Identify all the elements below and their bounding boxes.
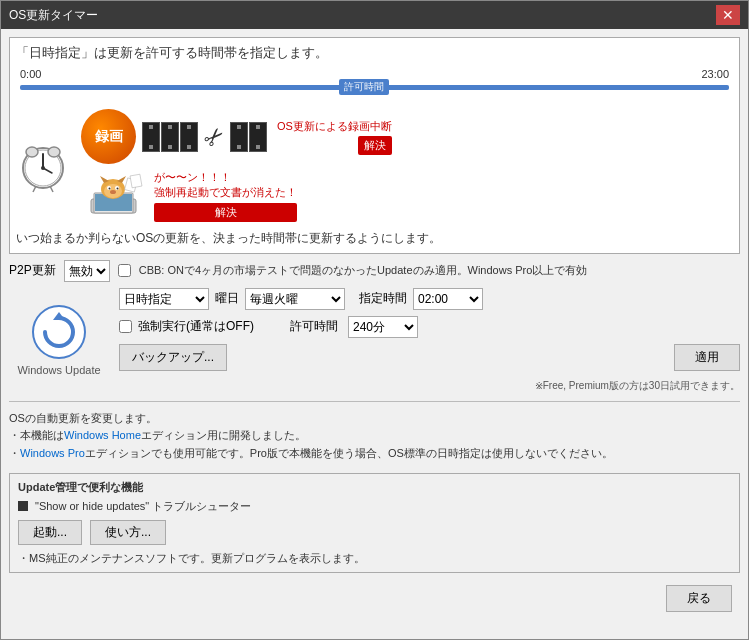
update-mgmt-title: Update管理で便利な機能 — [18, 480, 731, 495]
windows-pro-link[interactable]: Windows Pro — [20, 447, 85, 459]
schedule-row-2: 強制実行(通常はOFF) 許可時間 240分 120分 480分 — [119, 316, 740, 338]
close-button[interactable]: ✕ — [716, 5, 740, 25]
title-bar: OS更新タイマー ✕ — [1, 1, 748, 29]
recording-scene: 録画 ✂ — [81, 109, 733, 222]
day-label: 曜日 — [215, 290, 239, 307]
mgmt-buttons: 起動... 使い方... — [18, 520, 731, 545]
svg-point-20 — [110, 190, 116, 194]
time-label: 指定時間 — [359, 290, 407, 307]
banner-title: 「日時指定」は更新を許可する時間帯を指定します。 — [16, 44, 733, 62]
film-cell-1 — [142, 122, 160, 152]
mode-select[interactable]: 日時指定 毎日 毎週 — [119, 288, 209, 310]
windows-home-link[interactable]: Windows Home — [64, 429, 141, 441]
backup-button[interactable]: バックアップ... — [119, 344, 227, 371]
main-controls: Windows Update 日時指定 毎日 毎週 曜日 毎週火曜 毎週月曜 毎… — [9, 288, 740, 393]
film-strip — [142, 122, 198, 152]
svg-point-6 — [41, 166, 45, 170]
schedule-row-1: 日時指定 毎日 毎週 曜日 毎週火曜 毎週月曜 毎週水曜 指定時間 02:00 … — [119, 288, 740, 310]
update-icon-panel: Windows Update — [9, 288, 109, 393]
info-section: OSの自動更新を変更します。 ・本機能はWindows Homeエディション用に… — [9, 410, 740, 463]
square-icon — [18, 501, 28, 511]
main-content: 「日時指定」は更新を許可する時間帯を指定します。 0:00 23:00 許可時間 — [1, 29, 748, 639]
resolve-btn-1[interactable]: 解決 — [358, 136, 392, 155]
cbb-checkbox[interactable] — [118, 264, 131, 277]
film-cell-2 — [161, 122, 179, 152]
p2p-cbb-row: P2P更新 無効 有効 CBB: ONで4ヶ月の市場テストで問題のなかったUpd… — [9, 260, 740, 282]
description-text: いつ始まるか判らないOSの更新を、決まった時間帯に更新するようにします。 — [16, 230, 733, 247]
info-line1: OSの自動更新を変更します。 — [9, 410, 740, 428]
schedule-panel: 日時指定 毎日 毎週 曜日 毎週火曜 毎週月曜 毎週水曜 指定時間 02:00 … — [119, 288, 740, 393]
p2p-select[interactable]: 無効 有効 — [64, 260, 110, 282]
scissors-icon: ✂ — [197, 120, 231, 154]
slider-end: 23:00 — [701, 68, 729, 80]
day-select[interactable]: 毎週火曜 毎週月曜 毎週水曜 — [245, 288, 345, 310]
slider-start: 0:00 — [20, 68, 41, 80]
film-cell-5 — [249, 122, 267, 152]
bottom-bar: 戻る — [9, 579, 740, 616]
banner-area: 「日時指定」は更新を許可する時間帯を指定します。 0:00 23:00 許可時間 — [9, 37, 740, 254]
film-cell-3 — [180, 122, 198, 152]
svg-rect-22 — [130, 174, 142, 188]
update-mgmt-box: Update管理で便利な機能 "Show or hide updates" トラ… — [9, 473, 740, 573]
divider-1 — [9, 401, 740, 402]
cbb-label: CBB: ONで4ヶ月の市場テストで問題のなかったUpdateのみ適用。Wind… — [139, 263, 588, 278]
slider-area[interactable]: 許可時間 — [20, 85, 729, 101]
bubble1-area: OS更新による録画中断 解決 — [277, 119, 392, 155]
bubble1-text: OS更新による録画中断 — [277, 119, 392, 134]
free-note: ※Free, Premium版の方は30日試用できます。 — [119, 379, 740, 393]
time-select[interactable]: 02:00 01:00 03:00 — [413, 288, 483, 310]
svg-point-19 — [117, 187, 119, 189]
illustration-area: 録画 ✂ — [16, 105, 733, 226]
force-checkbox[interactable] — [119, 320, 132, 333]
bubble2-text: が〜〜ン！！！強制再起動で文書が消えた！ — [154, 170, 297, 201]
launch-button[interactable]: 起動... — [18, 520, 82, 545]
bubble2-area: が〜〜ン！！！強制再起動で文書が消えた！ 解決 — [154, 170, 297, 222]
allow-select[interactable]: 240分 120分 480分 — [348, 316, 418, 338]
main-window: OS更新タイマー ✕ 「日時指定」は更新を許可する時間帯を指定します。 0:00… — [0, 0, 749, 640]
info-line2: ・本機能はWindows Homeエディション用に開発しました。 — [9, 427, 740, 445]
show-hide-label: "Show or hide updates" トラブルシューター — [35, 499, 251, 514]
mgmt-note: ・MS純正のメンテナンスソフトです。更新プログラムを表示します。 — [18, 551, 731, 566]
dog-icon-area — [81, 171, 146, 221]
p2p-label: P2P更新 — [9, 262, 56, 279]
svg-point-3 — [48, 147, 60, 157]
apply-button[interactable]: 適用 — [674, 344, 740, 371]
allow-label: 許可時間 — [290, 318, 338, 335]
apply-row: バックアップ... 適用 — [119, 344, 740, 371]
svg-point-2 — [26, 147, 38, 157]
film-strip-2 — [230, 122, 267, 152]
usage-button[interactable]: 使い方... — [90, 520, 166, 545]
rec-button: 録画 — [81, 109, 136, 164]
refresh-icon — [31, 304, 87, 360]
dog-row: が〜〜ン！！！強制再起動で文書が消えた！ 解決 — [81, 170, 733, 222]
svg-point-18 — [109, 187, 111, 189]
film-cell-4 — [230, 122, 248, 152]
windows-update-label: Windows Update — [17, 364, 100, 376]
window-title: OS更新タイマー — [9, 7, 98, 24]
back-button[interactable]: 戻る — [666, 585, 732, 612]
rec-row: 録画 ✂ — [81, 109, 733, 164]
show-hide-row: "Show or hide updates" トラブルシューター — [18, 499, 731, 514]
clock-icon — [16, 138, 71, 193]
info-line3: ・Windows Proエディションでも使用可能です。Pro版で本機能を使う場合… — [9, 445, 740, 463]
slider-track-bg: 許可時間 — [20, 85, 729, 90]
force-label: 強制実行(通常はOFF) — [138, 318, 254, 335]
resolve-btn-2[interactable]: 解決 — [154, 203, 297, 222]
slider-mid-label: 許可時間 — [339, 79, 389, 95]
